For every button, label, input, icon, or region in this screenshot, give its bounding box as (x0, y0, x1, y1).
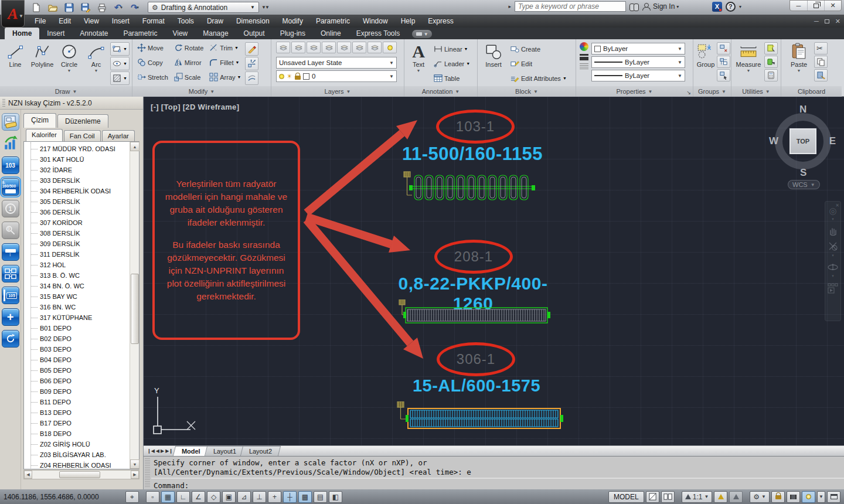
osnap-3d-toggle[interactable]: ▣ (222, 491, 236, 503)
ribbon-tab[interactable]: Output (236, 28, 273, 39)
open-file-button[interactable] (46, 2, 60, 13)
plugin-subtab[interactable]: Ayarlar (102, 130, 135, 141)
snap-toggle[interactable]: ⌖ (125, 491, 139, 503)
lineweight-dropdown[interactable]: ByLayer ▼ (591, 70, 685, 81)
close-drawing-button[interactable]: ✕ (835, 18, 840, 25)
add-icon[interactable]: + (2, 308, 19, 326)
dynamic-input-toggle[interactable]: + (268, 491, 281, 503)
menu-item[interactable]: Dimension (230, 15, 276, 28)
room-list-item[interactable]: 317 KÜTÜPHANE (25, 312, 129, 323)
sign-in-button[interactable]: Sign In ▾ (653, 2, 709, 11)
panel-title-properties[interactable]: Properties▼ (576, 86, 693, 97)
panel-title-annotation[interactable]: Annotation▼ (404, 86, 477, 97)
ortho-toggle[interactable]: ∟ (176, 491, 190, 503)
panel-title-block[interactable]: Block▼ (478, 86, 576, 97)
door-number-icon[interactable]: 105 (2, 287, 19, 304)
polar-tracking-toggle[interactable]: ∠ (192, 491, 205, 503)
ducs-toggle[interactable]: ⊥ (253, 491, 266, 503)
layer-match-button[interactable] (367, 42, 382, 53)
model-space-button[interactable]: MODEL (608, 491, 644, 503)
room-list-item[interactable]: Z02 GİRİŞ HOLÜ (25, 439, 129, 449)
room-list-item[interactable]: B02 DEPO (25, 333, 129, 344)
room-list-item[interactable]: 304 REHBERLİK ODASI (25, 186, 129, 196)
layer-on-bulb-icon[interactable] (279, 74, 284, 79)
circle-button[interactable]: Circle ▼ (56, 41, 82, 86)
scale-button[interactable]: Scale (172, 70, 206, 84)
trim-button[interactable]: Trim▼ (207, 41, 243, 55)
vertical-scrollbar[interactable]: ▲ ▼ (130, 142, 139, 469)
menu-item[interactable]: File (28, 15, 52, 28)
plugin-subtab[interactable]: Fan Coil (64, 130, 101, 141)
group-edit-button[interactable] (717, 56, 730, 68)
radiator-model-icon[interactable]: II-160/500 (2, 178, 19, 196)
ribbon-tab[interactable]: Online (313, 28, 349, 39)
navbar-close-icon[interactable]: ✕ (835, 203, 839, 208)
pan-hand-icon[interactable] (828, 226, 838, 236)
caret-down-icon[interactable]: ▼ (464, 47, 468, 51)
paste-button[interactable]: Paste ▼ (786, 41, 812, 86)
application-menu-button[interactable]: A ▼ (1, 0, 25, 28)
move-button[interactable]: Move (135, 41, 171, 55)
ribbon-tab[interactable]: Home (5, 28, 39, 39)
model-tab[interactable]: Model (173, 446, 209, 456)
panel-title-layers[interactable]: Layers▼ (271, 86, 404, 97)
collapse-arrow-icon[interactable]: ▸ (508, 4, 511, 9)
mirror-button[interactable]: Mirror (172, 56, 206, 69)
undo-button[interactable]: ↶▾ (111, 2, 125, 13)
panel-title-draw[interactable]: Draw▼ (0, 86, 132, 97)
zoom-icon[interactable] (828, 241, 838, 251)
isolate-objects-button[interactable] (802, 491, 815, 503)
quick-view-layouts-button[interactable] (646, 491, 659, 503)
current-layer-dropdown[interactable]: ☀ 0 ▼ (276, 70, 397, 82)
status-menu-button[interactable]: ▼ (817, 491, 825, 503)
minimize-drawing-button[interactable]: ─ (814, 18, 819, 25)
qat-customize-button[interactable]: ▼▼ (261, 5, 268, 10)
hatch-tool-button[interactable]: ▼ (110, 71, 130, 85)
layer-lock-button[interactable] (352, 42, 366, 53)
wcs-dropdown[interactable]: WCS ▼ (788, 180, 820, 189)
viewcube-south[interactable]: S (800, 167, 806, 179)
selection-cycling-toggle[interactable]: ◧ (329, 491, 342, 503)
erase-button[interactable] (245, 42, 258, 56)
valve-list-icon[interactable]: ⋮ (2, 243, 19, 261)
room-list-item[interactable]: 312 HOL (25, 260, 129, 270)
text-button[interactable]: A Text ▼ (407, 41, 430, 86)
prev-tab-button[interactable]: ◀ (156, 448, 159, 454)
menu-item[interactable]: Insert (106, 15, 136, 28)
room-list-item[interactable]: B09 DEPO (25, 386, 129, 397)
layer-properties-button[interactable] (276, 42, 290, 53)
menu-item[interactable]: Tools (171, 15, 200, 28)
caret-down-icon[interactable]: ▼ (466, 62, 470, 66)
export-chart-icon[interactable] (2, 135, 19, 152)
layer-thaw-sun-icon[interactable]: ☀ (287, 73, 292, 80)
help-button[interactable]: ? (726, 2, 736, 12)
restore-button[interactable] (807, 1, 824, 11)
room-list-item[interactable]: 302 İDARE (25, 165, 129, 175)
caret-down-icon[interactable]: ▼ (234, 46, 239, 50)
menu-item[interactable]: Parametric (309, 15, 356, 28)
scroll-right-arrow[interactable]: ▶ (131, 471, 139, 479)
drawing-plan-icon[interactable] (2, 113, 19, 131)
caret-down-icon[interactable]: ▾ (121, 5, 123, 10)
caret-down-icon[interactable]: ▼ (236, 60, 240, 64)
autoscale-toggle[interactable] (729, 491, 743, 503)
edit-attributes-button[interactable]: Edit Attributes▼ (508, 71, 569, 85)
restore-drawing-button[interactable] (825, 19, 829, 23)
menu-item[interactable]: Modify (276, 15, 309, 28)
viewcube-west[interactable]: W (769, 135, 778, 147)
paste-special-button[interactable] (814, 69, 828, 81)
lineweight-icon[interactable] (580, 63, 588, 70)
room-list-item[interactable]: 308 DERSLİK (25, 228, 129, 239)
close-button[interactable]: ✕ (824, 1, 841, 11)
viewcube-north[interactable]: N (799, 104, 806, 115)
copy-button[interactable]: Copy (135, 56, 171, 69)
panel-title-groups[interactable]: Groups▼ (693, 86, 731, 97)
layer-bulb-button[interactable] (383, 42, 397, 53)
layer-off-button[interactable] (307, 42, 321, 53)
explode-button[interactable] (245, 57, 258, 70)
line-button[interactable]: Line (2, 41, 28, 86)
lineweight-toggle[interactable]: ┼ (283, 491, 297, 503)
room-list-item[interactable]: B04 DEPO (25, 355, 129, 365)
hardware-acceleration-button[interactable] (787, 491, 800, 503)
panel-title-modify[interactable]: Modify▼ (132, 86, 271, 97)
